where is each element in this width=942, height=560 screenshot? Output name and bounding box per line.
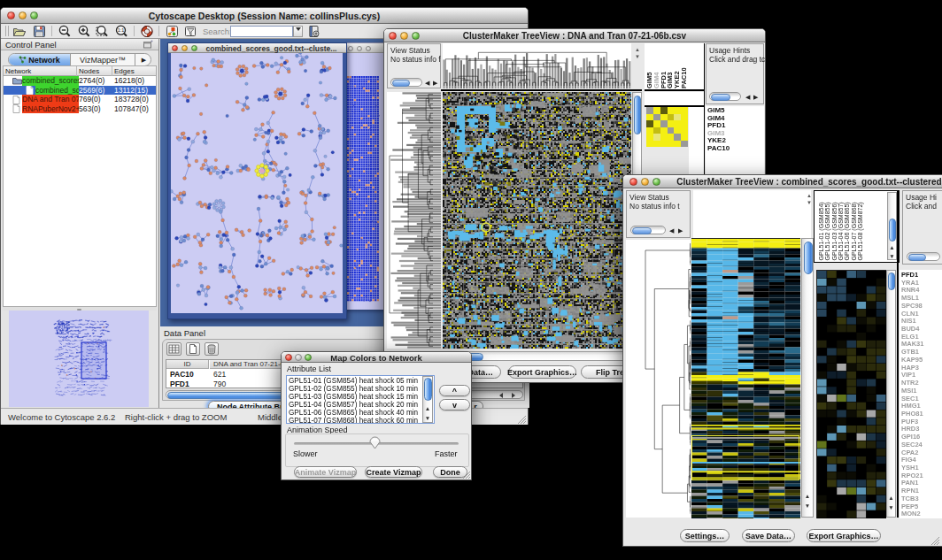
network-graph-canvas[interactable] [171,53,343,313]
minimize-button[interactable] [181,45,188,51]
slider-right-arrow-icon[interactable]: ▶ [433,79,437,87]
dialog-title-bar[interactable]: Map Colors to Network [282,352,471,363]
slider-left-arrow-icon[interactable]: ◀ [745,93,750,101]
tv1-row-dendrogram-canvas[interactable] [387,92,441,349]
resize-grip-icon[interactable] [517,415,527,425]
scroll-up-arrow-icon[interactable]: ▲ [888,243,896,251]
network-row[interactable]: RNAPuberNov2+!563(0)107847(0) [4,104,156,114]
search-input[interactable] [230,26,293,37]
scroll-down-arrow-icon[interactable]: ▼ [635,54,640,59]
zoom-button[interactable] [191,45,197,51]
tv1-export-graphics-button[interactable]: Export Graphics… [508,365,576,379]
main-title-bar[interactable]: Cytoscape Desktop (Session Name: collins… [1,8,528,24]
minimize-button[interactable] [357,46,362,51]
slider-left-arrow-icon[interactable]: ◀ [425,79,429,87]
vscroll-thumb[interactable] [888,272,895,290]
slider-thumb[interactable] [908,254,926,261]
zoom-button[interactable] [366,46,371,51]
lifesaver-ring-icon[interactable] [140,25,154,38]
annotation-note-icon[interactable] [184,25,197,38]
network-row[interactable]: DNA and Tran 07769(0)183728(0) [4,95,156,104]
zoom-fit-icon[interactable]: 1:1 [114,25,129,38]
scroll-down-arrow-icon[interactable]: ▼ [807,200,812,205]
tv1-status-slider[interactable] [390,78,422,87]
attr-col-id[interactable]: ID [166,360,209,369]
tv2-settings-button[interactable]: Settings… [680,529,730,542]
scroll-up-arrow-icon[interactable]: ▲ [887,494,895,502]
vizmapper-grid-icon[interactable] [166,25,179,38]
tv2-usage-slider[interactable] [907,252,940,261]
attribute-list-item[interactable]: GPL51-06 (GSM865) heat shock 40 min [289,409,421,417]
slider-right-arrow-icon[interactable]: ▶ [753,93,758,101]
scroll-down-arrow-icon[interactable]: ▼ [802,502,813,510]
move-up-button[interactable]: ^ [439,385,470,396]
scroll-down-arrow-icon[interactable]: ▼ [423,414,432,422]
tv1-heatmap-canvas[interactable] [443,92,631,349]
float-panel-icon[interactable] [143,40,153,50]
tv1-column-dendrogram-canvas[interactable] [443,43,631,88]
tv2-title-bar[interactable]: ClusterMaker TreeView : combined_scores_… [623,175,942,188]
new-attribute-icon[interactable] [186,342,200,356]
tv2-export-graphics-button[interactable]: Export Graphics… [807,529,881,542]
slider-right-arrow-icon[interactable]: ▶ [678,226,683,234]
attribute-list-item[interactable]: GPL51-07 (GSM868) heat shock 60 min [289,417,421,424]
delete-attribute-trash-icon[interactable] [205,342,219,356]
scroll-down-arrow-icon[interactable]: ▼ [888,252,896,260]
slider-thumb[interactable] [632,227,652,234]
attribute-list-item[interactable]: GPL51-03 (GSM856) heat shock 15 min [289,393,421,401]
animate-vizmap-button[interactable]: Animate Vizmap [294,466,357,478]
move-down-button[interactable]: v [439,399,470,410]
scroll-left-arrow-icon[interactable] [499,393,503,398]
scroll-down-arrow-icon[interactable]: ▼ [887,503,895,511]
network-row[interactable]: combined_scores_2764(0)16218(0) [4,76,156,86]
slider-left-arrow-icon[interactable]: ◀ [669,226,674,234]
zoom-selected-icon[interactable] [95,25,110,38]
zoom-in-icon[interactable] [77,25,91,38]
tab-overflow-button[interactable]: ▶ [135,54,151,65]
attribute-list-item[interactable]: GPL51-04 (GSM857) heat shock 20 min [289,401,421,409]
attribute-list-item[interactable]: GPL51-02 (GSM855) heat shock 10 min [289,385,421,393]
vscroll-thumb[interactable] [634,96,641,134]
speed-slider-thumb[interactable] [369,436,381,449]
list-vscrollbar[interactable]: ▲ ▼ [422,376,433,423]
import-book-icon[interactable] [308,25,320,38]
slider-thumb[interactable] [392,80,410,87]
network-overview-canvas[interactable] [9,311,149,407]
tv2-zoom-heatmap-canvas[interactable] [816,270,886,518]
tv2-status-slider[interactable] [630,226,666,234]
scroll-up-arrow-icon[interactable]: ▲ [423,404,432,412]
tv1-mini-matrix[interactable] [646,107,688,147]
tv1-usage-slider[interactable] [709,92,741,101]
tv2-heatmap-vscrollbar[interactable]: ▲ ▼ [801,238,814,518]
open-folder-icon[interactable] [12,25,27,38]
network-row[interactable]: combined_sco2569(6)13112(15) [4,86,156,96]
resize-grip-icon[interactable] [462,471,471,479]
col-edges[interactable]: Edges [114,67,135,75]
tv2-row-dendrogram-canvas[interactable] [626,240,691,518]
create-vizmap-button[interactable]: Create Vizmap [365,466,422,478]
attribute-table-icon[interactable] [166,342,181,356]
tab-network[interactable]: Network [9,54,71,65]
save-floppy-icon[interactable] [33,25,46,38]
tv1-title-bar[interactable]: ClusterMaker TreeView : DNA and Tran 07-… [384,29,765,42]
scroll-right-arrow-icon[interactable] [512,393,515,398]
network-view-title-bar[interactable]: combined_scores_good.txt--cluste... [168,43,346,53]
scroll-up-arrow-icon[interactable]: ▲ [802,492,813,500]
internal-window-network[interactable]: combined_scores_good.txt--cluste... [167,42,347,319]
close-button[interactable] [348,46,353,51]
tv2-save-data-button[interactable]: Save Data… [742,529,795,542]
tab-vizmapper[interactable]: VizMapper™ [71,54,135,65]
scroll-up-arrow-icon[interactable]: ▲ [635,47,640,52]
zoom-out-icon[interactable] [58,25,72,38]
tv2-selection-rect[interactable] [691,435,799,480]
col-nodes[interactable]: Nodes [79,67,99,75]
tv2-zoom-vscrollbar[interactable]: ▲ ▼ [886,270,896,518]
close-button[interactable] [172,45,178,51]
tv2-labels-vscrollbar[interactable]: ▲ ▼ [887,192,897,260]
vscroll-thumb[interactable] [424,378,432,401]
vscroll-thumb[interactable] [889,219,896,242]
scroll-up-arrow-icon[interactable]: ▲ [807,193,812,198]
col-network[interactable]: Network [5,67,31,75]
resize-grip-icon[interactable] [930,536,940,546]
slider-thumb[interactable] [711,94,730,101]
